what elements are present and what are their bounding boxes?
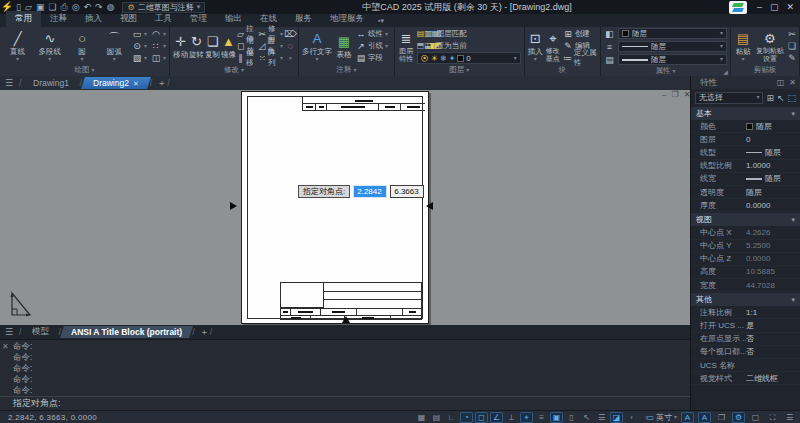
maximize-button[interactable]: ▢ [770, 2, 779, 12]
annotation-visibility-icon[interactable]: A [681, 412, 694, 423]
coord-y-input[interactable]: 6.3663 [390, 185, 424, 198]
property-row[interactable]: 视觉样式二维线框 [691, 372, 800, 385]
object-snap-toggle[interactable]: ◻ [475, 412, 488, 423]
grip-right-arrow[interactable] [426, 202, 433, 210]
quick-properties-toggle[interactable]: ↖ [580, 412, 593, 423]
transparency-toggle[interactable]: ▣ [550, 412, 563, 423]
field-button[interactable]: ▤字段 [356, 52, 388, 64]
rectangle-button[interactable]: ▭▾ [132, 28, 147, 40]
layout-tab-model[interactable]: 模型 [20, 325, 60, 339]
ribbon-tab-注释[interactable]: 注释 [41, 11, 76, 27]
property-row[interactable]: UCS 名称 [691, 359, 800, 372]
dynamic-input-toggle[interactable]: ⌖ [520, 412, 533, 423]
selection-cycling-toggle[interactable]: ▯ [565, 412, 578, 423]
property-row[interactable]: 线型随层 [691, 146, 800, 159]
object-snap-tracking-toggle[interactable]: ∠ [490, 412, 503, 423]
property-row[interactable]: 中心点 X4.2626 [691, 226, 800, 239]
linetype-dropdown[interactable]: 随层 ▾ [618, 41, 727, 52]
workspace-switch-icon[interactable]: ❒ [715, 412, 728, 423]
property-row[interactable]: 颜色随层 [691, 120, 800, 133]
property-row[interactable]: 线型比例1.0000 [691, 160, 800, 173]
point-button[interactable]: ∷▾ [151, 40, 166, 52]
property-row[interactable]: 图层0 [691, 133, 800, 146]
property-row[interactable]: 在原点显示 ...否 [691, 333, 800, 346]
ortho-mode-toggle[interactable]: ∟ [445, 412, 458, 423]
hatch-button[interactable]: ▨▾ [132, 52, 147, 64]
select-objects-icon[interactable]: ↖ [777, 93, 785, 103]
mirror-button[interactable]: ▲镜像 [221, 33, 236, 60]
property-row[interactable]: 厚度0.0000 [691, 199, 800, 212]
edit-basepoint-button[interactable]: ⌖ 修改基点 [545, 30, 561, 63]
panel-launcher-icon[interactable]: ◢ [723, 68, 728, 75]
grip-bottom-arrow[interactable] [342, 316, 350, 323]
create-block-button[interactable]: ⊞创建 [563, 28, 597, 40]
drawing-canvas[interactable]: – ❐ ✕ [0, 90, 690, 325]
table-button[interactable]: ▦ 表格 [334, 33, 354, 60]
property-row[interactable]: 每个视口都...否 [691, 346, 800, 359]
command-close-icon[interactable]: ✕ [2, 342, 9, 351]
ribbon-tab-插入[interactable]: 插入 [76, 11, 111, 27]
polyline-button[interactable]: ∿ 多段线▾ [35, 30, 64, 62]
explode-button[interactable]: ◌ [288, 41, 293, 51]
units-dropdown[interactable]: ▭ 英寸 ▾ [646, 412, 677, 423]
doc-restore-icon[interactable]: ❐ [671, 90, 678, 99]
insert-block-button[interactable]: ⊡ 插入▾ [528, 30, 543, 62]
ribbon-tab-overflow-icon[interactable]: ▪▾ [373, 15, 389, 27]
layer-tool-icons[interactable]: ⬒⬓◧ [417, 41, 425, 50]
paste-button[interactable]: ▤ 粘贴▾ [734, 30, 752, 62]
polar-tracking-toggle[interactable]: ◔ [460, 412, 473, 423]
property-row[interactable]: 线宽随层 [691, 173, 800, 186]
panel-label-draw[interactable]: 绘图 ▾ [0, 65, 169, 76]
section-header-基本[interactable]: 基本▾ [691, 107, 800, 120]
ribbon-tab-常用[interactable]: 常用 [6, 11, 41, 27]
command-prompt[interactable]: 指定对角点: [0, 396, 690, 410]
pickadd-toggle-icon[interactable]: ⊞ [766, 93, 774, 103]
join-button[interactable]: ◦ [289, 53, 292, 63]
doc-tab-menu-icon[interactable]: ☰ [0, 78, 18, 88]
array-button[interactable]: ⁙阵列▾ [259, 52, 284, 64]
properties-header[interactable]: 特性 ◫ ✕ [691, 76, 800, 89]
copy-clip-icon[interactable]: ❏ [788, 41, 796, 51]
copy-paste-settings-button[interactable]: ⚙ 复制粘贴设置 [754, 30, 786, 63]
selection-dropdown[interactable]: 无选择 ▾ [695, 92, 763, 104]
close-tab-icon[interactable]: ✕ [133, 80, 139, 87]
layer-match-button[interactable]: 图层匹配 [437, 29, 467, 39]
snap-mode-toggle[interactable]: ▤ [430, 412, 443, 423]
doc-tab-drawing1[interactable]: Drawing1 [21, 77, 81, 89]
doc-minimize-icon[interactable]: – [662, 90, 666, 99]
property-row[interactable]: 打开 UCS ...是 [691, 319, 800, 332]
line-button[interactable]: ╱ 直线▾ [3, 30, 32, 62]
lock-ui-toggle[interactable]: ☰ [595, 412, 608, 423]
spline-button[interactable]: ◠▾ [151, 28, 166, 40]
copy-button[interactable]: ❏复制 [205, 33, 220, 60]
match-properties-icon[interactable]: ✎ [788, 53, 796, 63]
linear-dim-button[interactable]: ↔线性▾ [356, 28, 388, 40]
panel-label-clipboard[interactable]: 剪贴板 [731, 65, 799, 76]
scale-prev-toggle[interactable]: ‹ [625, 412, 638, 423]
grip-left-arrow[interactable] [230, 202, 237, 210]
layout-tab-menu-icon[interactable]: ☰ [0, 327, 18, 337]
color-dropdown[interactable]: 随层 ▾ [618, 28, 727, 39]
define-attributes-button[interactable]: ≔定义属性 [563, 52, 597, 64]
panel-label-modify[interactable]: 修改 ▾ [170, 65, 298, 76]
panel-label-layer[interactable]: 图层 ▾ [395, 65, 524, 76]
ribbon-tab-视图[interactable]: 视图 [111, 11, 146, 27]
layer-state-icons[interactable]: ▤▥▦ [417, 29, 425, 38]
dynamic-ucs-toggle[interactable]: ⟂ [505, 412, 518, 423]
circle-button[interactable]: ○ 圆▾ [67, 30, 96, 62]
panel-label-block[interactable]: 块 [525, 65, 600, 76]
section-header-视图[interactable]: 视图▾ [691, 213, 800, 226]
ribbon-tab-地理服务[interactable]: 地理服务 [321, 11, 373, 27]
annotation-autoscale-icon[interactable]: A [698, 412, 711, 423]
region-button[interactable]: ◫▾ [151, 52, 166, 64]
new-tab-button[interactable]: ＋ [157, 77, 166, 90]
ribbon-tab-管理[interactable]: 管理 [181, 11, 216, 27]
layer-properties-button[interactable]: ≣ 图层特性 [398, 30, 415, 63]
rotate-button[interactable]: ↻旋转 [189, 33, 204, 60]
set-current-layer-button[interactable]: 置为当前 [437, 41, 467, 51]
lineweight-display-toggle[interactable]: ≡ [535, 412, 548, 423]
doc-tab-drawing2[interactable]: Drawing2✕ [81, 77, 151, 89]
pin-icon[interactable]: ◫ [777, 78, 785, 87]
offset-button[interactable]: ∥偏移 [237, 52, 257, 64]
command-window[interactable]: ✕ 命令:命令:命令:命令:命令: 指定对角点: [0, 339, 690, 410]
